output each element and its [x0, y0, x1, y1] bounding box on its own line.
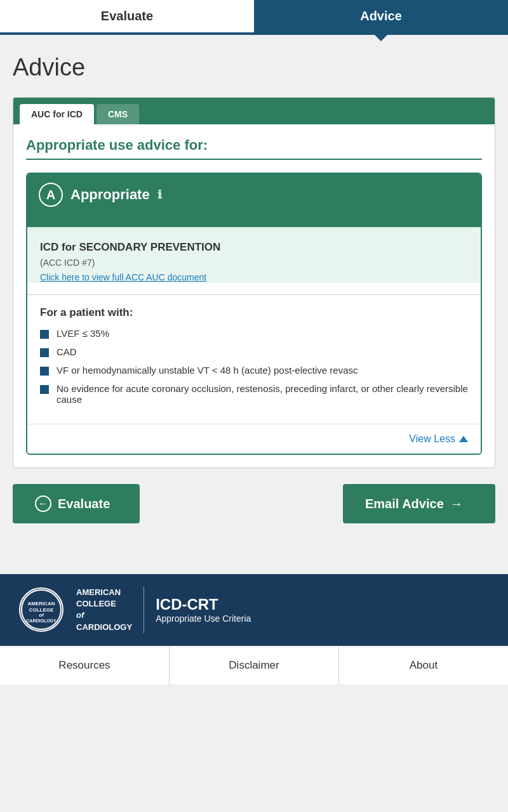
svg-text:CARDIOLOGY: CARDIOLOGY: [26, 619, 57, 623]
advice-for-title: Appropriate use advice for:: [26, 137, 482, 160]
icd-crt-block: ICD-CRT Appropriate Use Criteria: [156, 596, 251, 624]
icd-crt-title: ICD-CRT: [156, 596, 251, 613]
page-content: Advice AUC for ICD CMS Appropriate use a…: [0, 35, 508, 536]
list-item: VF or hemodynamically unstable VT < 48 h…: [40, 365, 468, 376]
arrow-right-icon: →: [450, 497, 463, 511]
acc-full-name: AMERICANCOLLEGEofCARDIOLOGY: [76, 587, 144, 633]
card-tabs: AUC for ICD CMS: [13, 98, 495, 124]
acc-logo: AMERICAN COLLEGE of CARDIOLOGY: [19, 587, 64, 632]
page-title: Advice: [13, 54, 495, 81]
evaluate-back-icon: ←: [35, 495, 51, 512]
footer-link-disclaimer[interactable]: Disclaimer: [170, 646, 339, 684]
bullet-icon: [40, 348, 49, 357]
appropriate-header: A Appropriate ℹ: [27, 174, 481, 216]
svg-text:AMERICAN: AMERICAN: [27, 601, 55, 606]
bullet-icon: [40, 330, 49, 339]
arrow-divider: [27, 216, 481, 228]
email-advice-button[interactable]: Email Advice →: [343, 484, 495, 523]
appropriate-box: A Appropriate ℹ ICD for SECONDARY PREVEN…: [26, 173, 482, 455]
footer-links: Resources Disclaimer About: [0, 646, 508, 684]
dropdown-arrow: [243, 216, 265, 227]
icd-document-link[interactable]: Click here to view full ACC AUC document: [40, 272, 206, 282]
footer-link-resources[interactable]: Resources: [0, 646, 170, 684]
list-item: CAD: [40, 346, 468, 357]
list-item: LVEF ≤ 35%: [40, 328, 468, 339]
view-less-bar: View Less: [27, 424, 481, 454]
bullet-icon: [40, 367, 49, 376]
info-icon[interactable]: ℹ: [157, 188, 162, 202]
bullet-icon: [40, 385, 49, 394]
main-card: AUC for ICD CMS Appropriate use advice f…: [13, 97, 495, 468]
arrow-up-icon: [459, 436, 468, 442]
tab-evaluate[interactable]: Evaluate: [0, 0, 254, 32]
patient-section: For a patient with: LVEF ≤ 35% CAD VF: [27, 294, 481, 424]
tab-cms[interactable]: CMS: [97, 104, 139, 124]
top-navigation: Evaluate Advice: [0, 0, 508, 35]
view-less-button[interactable]: View Less: [409, 433, 468, 445]
svg-text:of: of: [39, 612, 44, 618]
footer-brand: AMERICAN COLLEGE of CARDIOLOGY AMERICANC…: [0, 574, 508, 646]
icd-subtitle: (ACC ICD #7): [40, 258, 468, 268]
evaluate-button[interactable]: ← Evaluate: [13, 484, 140, 523]
appropriate-circle-a: A: [39, 183, 63, 207]
icd-title: ICD for SECONDARY PREVENTION: [40, 241, 468, 254]
criteria-list: LVEF ≤ 35% CAD VF or hemodynamically uns…: [40, 328, 468, 405]
footer-link-about[interactable]: About: [339, 646, 508, 684]
appropriate-label: Appropriate: [70, 187, 150, 203]
footer-text-block: AMERICANCOLLEGEofCARDIOLOGY ICD-CRT Appr…: [76, 587, 251, 633]
appropriate-content: ICD for SECONDARY PREVENTION (ACC ICD #7…: [27, 228, 481, 283]
icd-crt-subtitle: Appropriate Use Criteria: [156, 613, 251, 624]
action-buttons: ← Evaluate Email Advice →: [13, 484, 495, 523]
card-body: Appropriate use advice for: A Appropriat…: [13, 124, 495, 468]
patient-title: For a patient with:: [40, 306, 468, 319]
tab-auc-for-icd[interactable]: AUC for ICD: [20, 104, 94, 124]
tab-advice[interactable]: Advice: [254, 0, 508, 32]
list-item: No evidence for acute coronary occlusion…: [40, 383, 468, 405]
